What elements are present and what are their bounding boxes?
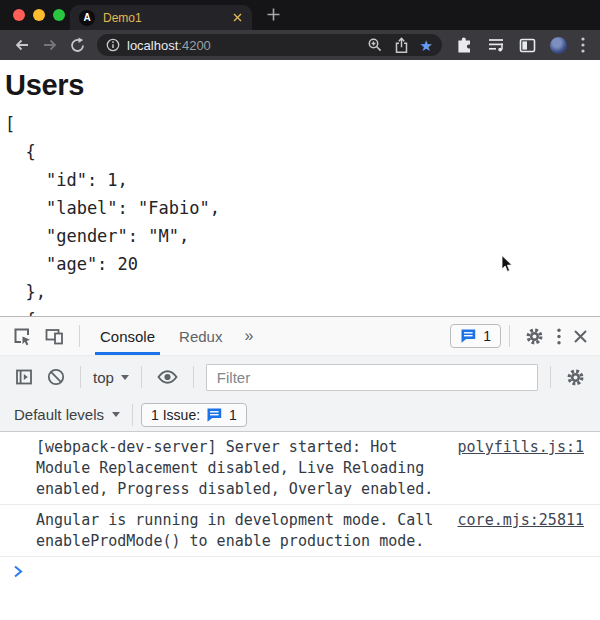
tab-title: Demo1 [103,11,232,25]
console-source-link[interactable]: polyfills.js:1 [458,437,584,458]
zoom-icon[interactable] [367,37,383,53]
browser-tab[interactable]: A Demo1 [70,5,252,30]
console-message: [webpack-dev-server] Server started: Hot… [0,432,600,505]
context-label: top [93,369,114,386]
tab-console[interactable]: Console [88,317,167,355]
playlist-extension-icon[interactable] [487,37,505,53]
divider [79,325,80,347]
side-panel-icon[interactable] [519,38,536,53]
divider [193,366,194,388]
device-toolbar-icon[interactable] [38,326,71,346]
console-source-link[interactable]: core.mjs:25811 [458,510,584,531]
browser-toolbar: localhost:4200 ★ [0,30,600,60]
tab-close-icon[interactable] [232,12,243,23]
tab-strip: A Demo1 [0,0,600,30]
fullscreen-window-button[interactable] [53,9,65,21]
console-message: Angular is running in development mode. … [0,505,600,557]
message-count: 1 [483,328,491,344]
url-port: :4200 [178,38,211,53]
minimize-window-button[interactable] [33,9,45,21]
address-bar[interactable]: localhost:4200 ★ [97,34,442,56]
tab-redux[interactable]: Redux [167,317,234,355]
console-prompt[interactable] [0,557,600,578]
tab-favicon: A [79,10,95,26]
chat-bubble-icon [206,407,223,423]
divider [550,366,551,388]
profile-avatar[interactable] [550,37,567,54]
chevron-down-icon [112,412,120,417]
issues-button[interactable]: 1 Issue: 1 [141,403,247,427]
issues-label: 1 Issue: [151,407,200,423]
console-filter-bar: Default levels 1 Issue: 1 [0,398,600,432]
console-sidebar-toggle-icon[interactable] [8,367,40,387]
share-icon[interactable] [394,37,409,54]
prompt-chevron-icon [13,565,23,578]
live-expression-eye-icon[interactable] [150,367,185,387]
console-toolbar: top [0,356,600,398]
devtools-settings-gear-icon[interactable] [518,326,551,347]
devtools-close-icon[interactable] [567,329,594,344]
divider [509,325,510,347]
more-tabs-chevron[interactable]: » [234,327,263,345]
clear-console-icon[interactable] [40,367,72,387]
divider [80,366,81,388]
console-message-text: Angular is running in development mode. … [36,510,448,552]
page-content: Users [ { "id": 1, "label": "Fabio", "ge… [0,60,600,316]
new-tab-button[interactable] [266,7,281,22]
console-messages-badge[interactable]: 1 [450,324,501,348]
back-icon[interactable] [13,36,31,54]
inspect-element-icon[interactable] [6,326,38,346]
url-host: localhost [127,38,178,53]
devtools-panel: Console Redux » 1 top [0,316,600,620]
javascript-context-dropdown[interactable]: top [89,369,133,386]
chevron-down-icon [121,375,129,380]
log-levels-label: Default levels [14,406,104,423]
mouse-cursor [501,255,513,277]
bookmark-star-icon[interactable]: ★ [420,38,433,53]
chat-bubble-icon [460,328,477,344]
divider [132,404,133,426]
issues-count: 1 [229,407,237,423]
window-controls [13,9,65,21]
filter-input[interactable] [206,364,538,391]
site-info-icon[interactable] [106,38,120,52]
console-output: [webpack-dev-server] Server started: Hot… [0,432,600,620]
log-levels-dropdown[interactable]: Default levels [10,406,124,423]
extensions-puzzle-icon[interactable] [455,36,473,54]
reload-icon[interactable] [69,37,86,54]
console-settings-gear-icon[interactable] [559,367,592,388]
browser-menu-icon[interactable] [581,37,585,53]
close-window-button[interactable] [13,9,25,21]
page-title: Users [5,69,600,102]
divider [141,366,142,388]
console-message-text: [webpack-dev-server] Server started: Hot… [36,437,448,500]
devtools-tab-bar: Console Redux » 1 [0,317,600,356]
forward-icon[interactable] [41,36,59,54]
url-text[interactable]: localhost:4200 [127,38,211,53]
json-response-body: [ { "id": 1, "label": "Fabio", "gender":… [5,110,600,316]
devtools-menu-icon[interactable] [551,328,567,345]
